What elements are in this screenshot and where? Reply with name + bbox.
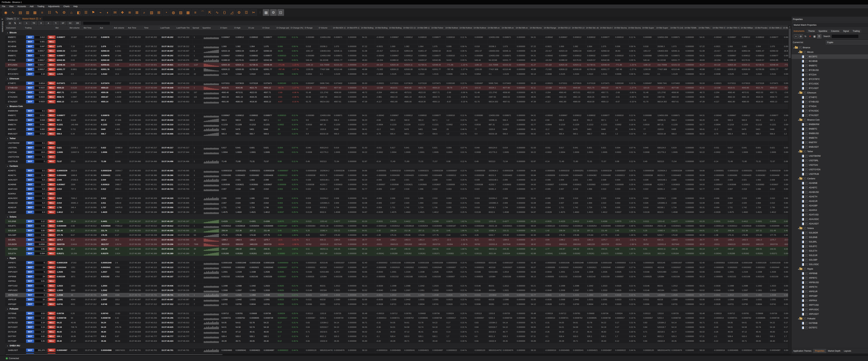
sell-button[interactable]: SELL bbox=[48, 63, 56, 67]
sell-button[interactable]: SELL bbox=[48, 330, 56, 334]
tree-item-bnbbkrw[interactable]: ✓BNBBKRW✕ bbox=[792, 122, 868, 127]
dock-expand-icon[interactable]: ▶ bbox=[2, 18, 3, 20]
column-header[interactable]: D Close bbox=[261, 25, 276, 30]
trading-quantity-stepper[interactable]: 0.02▲▼ bbox=[35, 335, 47, 338]
tree-item-btcbusd[interactable]: ✓BTCBUSD✕ bbox=[792, 68, 868, 72]
table-row-DOTBTC[interactable]: DOTBTCBUY0.12▲▼SELL0.00087389415:37:40.2… bbox=[5, 316, 788, 321]
tree-item-usdtbkrw[interactable]: ✓USDTBKRW✕ bbox=[792, 154, 868, 158]
trading-quantity-stepper[interactable]: 0.00017▲▼ bbox=[35, 49, 47, 53]
buy-button[interactable]: BUY bbox=[26, 49, 34, 53]
group-row-binance-coin[interactable]: ▲Binance Coin bbox=[5, 104, 788, 109]
stepper-arrows-icon[interactable]: ▲▼ bbox=[45, 142, 47, 144]
bottom-tab-layouts[interactable]: Layouts bbox=[842, 349, 853, 353]
stepper-arrows-icon[interactable]: ▲▼ bbox=[45, 156, 47, 158]
panels-add-icon[interactable]: ▥ bbox=[24, 9, 31, 16]
stepper-arrows-icon[interactable]: ▲▼ bbox=[45, 36, 47, 38]
trading-quantity-stepper[interactable]: 0.094▲▼ bbox=[35, 252, 47, 255]
trading-quantity-stepper[interactable]: 0.26▲▼ bbox=[35, 339, 47, 343]
buy-button[interactable]: BUY bbox=[26, 252, 34, 255]
tree-item-adagbp[interactable]: ✓ADAGBP✕ bbox=[792, 204, 868, 208]
stepper-arrows-icon[interactable]: ▲▼ bbox=[45, 188, 47, 190]
buy-button[interactable]: BUY bbox=[26, 261, 34, 265]
buy-button[interactable]: BUY bbox=[26, 210, 34, 214]
buy-button[interactable]: BUY bbox=[26, 233, 34, 237]
buy-button[interactable]: BUY bbox=[26, 114, 34, 117]
table-row-SOLETH[interactable]: SOLETHBUY0.094▲▼SELL0.0537110.20615:37:4… bbox=[5, 251, 788, 256]
buy-button[interactable]: BUY bbox=[26, 72, 34, 76]
buy-button[interactable]: BUY bbox=[26, 127, 34, 131]
table-row-BNBTRY[interactable]: BNBTRYBUY0.002▲▼SELL54465.73115:37:39.82… bbox=[5, 127, 788, 132]
column-header[interactable]: 1H Bid TMA ( bbox=[698, 25, 711, 30]
tree-item-xrptusd[interactable]: ✓XRPTUSD✕ bbox=[792, 303, 868, 307]
tree-item-xrppax[interactable]: ✓XRPPAX✕ bbox=[792, 298, 868, 303]
menu-trading[interactable]: Trading bbox=[35, 4, 46, 8]
column-header[interactable]: 1H Bid DMI (1 bbox=[416, 25, 430, 30]
alerts-icon[interactable]: ⚑ bbox=[90, 9, 96, 16]
table-row-SOLGBP[interactable]: SOLGBPBUY0.06▲▼SELL177.758.6715:37:39.15… bbox=[5, 233, 788, 238]
stepper-arrows-icon[interactable]: ▲▼ bbox=[45, 335, 47, 338]
grouping-icon[interactable]: ⊟ bbox=[8, 21, 12, 25]
properties-tab-columns[interactable]: Columns bbox=[829, 29, 841, 33]
table-row-BNBBTC[interactable]: BNBBTCBUY0.012▲▼SELL0.00897710.68715:37:… bbox=[5, 113, 788, 118]
table-row-ETHBTC[interactable]: ETHBTCBUY0.0014▲▼SELL0.0734710.359915:37… bbox=[5, 81, 788, 86]
sell-button[interactable]: SELL bbox=[48, 146, 56, 150]
tree-expand-icon[interactable]: ◢ bbox=[797, 268, 799, 270]
column-header[interactable]: 1S Bid SMA (1 bbox=[768, 25, 782, 30]
hscrollbar-thumb[interactable] bbox=[5, 354, 222, 355]
stepper-arrows-icon[interactable]: ▲▼ bbox=[45, 68, 47, 71]
tree-expand-icon[interactable]: ◢ bbox=[797, 119, 799, 121]
sell-button[interactable]: SELL bbox=[48, 238, 56, 242]
buy-button[interactable]: BUY bbox=[26, 187, 34, 191]
people-icon[interactable]: ☰ bbox=[83, 9, 89, 16]
tree-checkbox[interactable]: ✓ bbox=[805, 313, 808, 315]
tree-item-solbrl[interactable]: ✓SOLBRL✕ bbox=[792, 240, 868, 244]
delete-icon[interactable]: ✕ bbox=[808, 34, 812, 38]
table-row-BTCBUSD[interactable]: BTCBUSDBUY0.00017▲▼SELL62060.020.235315:… bbox=[5, 49, 788, 54]
tree-item-usdtbrl[interactable]: ✓USDTBRL✕ bbox=[792, 158, 868, 163]
properties-tab-instruments[interactable]: Instruments bbox=[792, 29, 806, 33]
columns-add-icon[interactable]: ▦ bbox=[32, 9, 38, 16]
stepper-arrows-icon[interactable]: ▲▼ bbox=[45, 243, 47, 246]
note-edit-icon[interactable]: ✎ bbox=[54, 9, 60, 16]
presentation-icon[interactable]: ⇱ bbox=[207, 9, 213, 16]
stepper-arrows-icon[interactable]: ▲▼ bbox=[45, 197, 47, 200]
tree-checkbox[interactable]: ✓ bbox=[805, 304, 808, 306]
trading-quantity-stepper[interactable]: 3.1▲▼ bbox=[35, 169, 47, 172]
column-header[interactable]: Spread bbox=[191, 25, 202, 30]
table-row-ADABNB[interactable]: ADABNBBUY13.9▲▼SELL0.003607230615:37:40.… bbox=[5, 182, 788, 187]
sell-button[interactable]: SELL bbox=[48, 229, 56, 233]
tree-item-ethdai[interactable]: ✓ETHDAI✕ bbox=[792, 104, 868, 109]
properties-tab-sparkline[interactable]: Sparkline bbox=[817, 29, 829, 33]
column-header[interactable]: D Open bbox=[219, 25, 233, 30]
sell-button[interactable]: SELL bbox=[48, 312, 56, 315]
column-header[interactable]: 1H Bid Stocha bbox=[627, 25, 641, 30]
filter-button-b[interactable]: B bbox=[38, 21, 44, 25]
tree-checkbox[interactable]: ✓ bbox=[805, 132, 808, 135]
column-header[interactable]: 1H Bid Super bbox=[641, 25, 655, 30]
tree-item-xrpbusd[interactable]: ✓XRPBUSD✕ bbox=[792, 280, 868, 285]
buy-button[interactable]: BUY bbox=[26, 35, 34, 39]
sell-button[interactable]: SELL bbox=[48, 118, 56, 122]
trading-quantity-stepper[interactable]: 0.22▲▼ bbox=[35, 330, 47, 334]
tree-checkbox[interactable]: ✓ bbox=[805, 222, 808, 225]
tree-checkbox[interactable]: ✓ bbox=[805, 259, 808, 261]
table-row-SOLEUR[interactable]: SOLEURBUY0.05▲▼SELL211.498.1715:37:40.05… bbox=[5, 229, 788, 233]
column-header[interactable]: Ask volume bbox=[113, 25, 127, 30]
sell-button[interactable]: SELL bbox=[48, 114, 56, 117]
column-header[interactable]: D High bbox=[233, 25, 247, 30]
trading-quantity-stepper[interactable]: 0.0023▲▼ bbox=[35, 100, 47, 103]
tree-folder-polkadot[interactable]: ◢✓Polkadot✕ bbox=[792, 317, 868, 321]
column-header[interactable]: Sparkline bbox=[202, 25, 219, 30]
tree-checkbox[interactable]: ✓ bbox=[803, 177, 806, 180]
buy-button[interactable]: BUY bbox=[26, 219, 34, 223]
stepper-arrows-icon[interactable]: ▲▼ bbox=[45, 151, 47, 154]
table-row-ETHUSDC[interactable]: ETHUSDCBUY0.0023▲▼SELL4558.721.096715:37… bbox=[5, 95, 788, 99]
sell-button[interactable]: SELL bbox=[48, 178, 56, 182]
trading-quantity-stepper[interactable]: 0.19▲▼ bbox=[35, 321, 47, 324]
tree-item-bnbusdt[interactable]: ✓BNBUSDT✕ bbox=[792, 145, 868, 149]
trading-quantity-stepper[interactable]: 0.0058▲▼ bbox=[35, 243, 47, 246]
stepper-arrows-icon[interactable]: ▲▼ bbox=[45, 298, 47, 301]
trading-quantity-stepper[interactable]: 201,370▲▼ bbox=[35, 349, 47, 352]
group-row-solana[interactable]: ▲Solana bbox=[5, 215, 788, 219]
table-row-DOTBNB[interactable]: DOTBNBBUY0.53▲▼SELL0.097360.2615:37:39.2… bbox=[5, 311, 788, 316]
